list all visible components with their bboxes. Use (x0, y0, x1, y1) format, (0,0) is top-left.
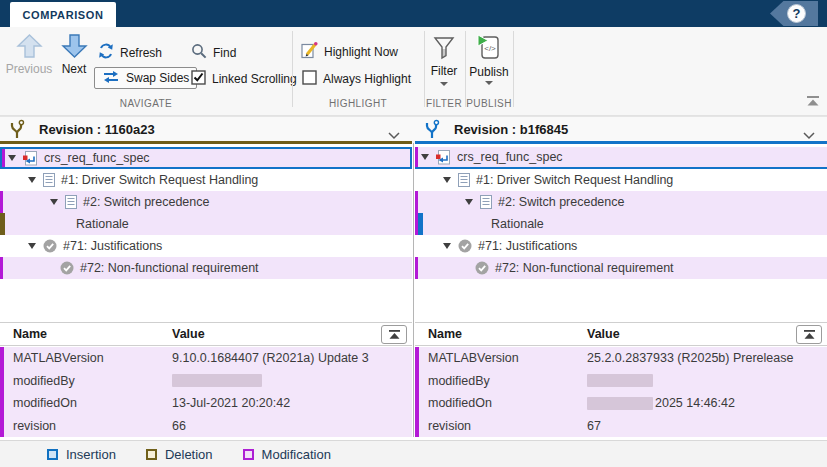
column-header-name: Name (428, 327, 462, 341)
collapse-ribbon-button[interactable] (806, 93, 820, 111)
highlight-now-button[interactable]: Highlight Now (301, 42, 398, 62)
insertion-bar (418, 213, 423, 235)
modification-bar (2, 149, 5, 167)
right-tree: crs_req_func_spec #1: Driver Switch Requ… (415, 147, 827, 279)
tree-row[interactable]: crs_req_func_spec (0, 147, 412, 169)
toolbar-separator (513, 31, 514, 107)
tree-row[interactable]: #72: Non-functional requirement (415, 257, 827, 279)
modification-bar (415, 147, 418, 167)
tree-row[interactable]: #71: Justifications (415, 235, 827, 257)
redacted-value (172, 374, 262, 387)
highlight-now-icon (301, 42, 318, 62)
tree-row[interactable]: #1: Driver Switch Request Handling (415, 169, 827, 191)
tree-row-label: #1: Driver Switch Request Handling (476, 173, 673, 187)
find-button[interactable]: Find (191, 43, 236, 62)
modification-bar (415, 191, 418, 213)
cell-name: revision (428, 419, 471, 433)
checked-checkbox-icon (191, 70, 206, 88)
svg-text:</>: </> (484, 44, 496, 53)
swap-sides-icon (102, 70, 120, 87)
expander-icon[interactable] (28, 177, 36, 183)
column-header-value: Value (172, 327, 205, 341)
document-icon (65, 195, 77, 209)
cell-name: modifiedBy (13, 374, 75, 388)
tab-comparison[interactable]: COMPARISON (10, 2, 116, 27)
filter-dropdown-caret-icon (440, 82, 448, 86)
group-label-highlight: HIGHLIGHT (288, 98, 428, 109)
tree-row-label: #1: Driver Switch Request Handling (61, 173, 258, 187)
expander-icon[interactable] (8, 155, 16, 161)
tree-row[interactable]: #71: Justifications (0, 235, 412, 257)
expander-icon[interactable] (443, 243, 451, 249)
tree-row-label: #71: Justifications (63, 239, 162, 253)
tree-row[interactable]: #72: Non-functional requirement (0, 257, 412, 279)
table-row: revision 66 (4, 415, 412, 438)
expander-icon[interactable] (465, 199, 473, 205)
tree-row-label: #2: Switch precedence (83, 195, 209, 209)
tree-row[interactable]: crs_req_func_spec (415, 147, 827, 169)
toolbar-separator (424, 31, 425, 107)
left-revision-selector[interactable]: Revision : 1160a23 (0, 117, 412, 144)
chevron-down-icon[interactable] (803, 126, 815, 144)
previous-button[interactable]: Previous (4, 33, 54, 76)
legend-item-insertion: Insertion (47, 447, 116, 462)
table-row: modifiedBy (419, 370, 827, 393)
modification-swatch-icon (243, 449, 254, 460)
tree-row-label: #71: Justifications (478, 239, 577, 253)
tree-row[interactable]: #1: Driver Switch Request Handling (0, 169, 412, 191)
tree-row-label: #2: Switch precedence (498, 195, 624, 209)
previous-label: Previous (4, 62, 54, 76)
branch-icon (423, 119, 440, 140)
cell-value-text: 2025 14:46:42 (655, 396, 735, 410)
next-label: Next (56, 62, 92, 76)
column-header-name: Name (13, 327, 47, 341)
table-row: revision 67 (419, 415, 827, 438)
tree-row[interactable]: Rationale (0, 213, 412, 235)
table-row: modifiedBy (4, 370, 412, 393)
collapse-panel-button[interactable] (381, 325, 407, 344)
deletion-swatch-icon (146, 449, 157, 460)
table-row: modifiedOn 2025 14:46:42 (419, 392, 827, 415)
document-icon (480, 195, 492, 209)
collapse-panel-button[interactable] (796, 325, 822, 344)
cell-value: 25.2.0.2837933 (R2025b) Prerelease (587, 351, 793, 365)
check-circle-icon (458, 239, 472, 253)
swap-sides-button[interactable]: Swap Sides (94, 67, 197, 89)
legend-label: Insertion (66, 447, 116, 462)
tree-row-label: crs_req_func_spec (457, 150, 563, 164)
cell-name: revision (13, 419, 56, 433)
modification-bar (0, 191, 3, 213)
chevron-down-icon[interactable] (388, 126, 400, 144)
expander-icon[interactable] (50, 199, 58, 205)
refresh-button[interactable]: Refresh (98, 43, 162, 62)
document-icon (43, 173, 55, 187)
requirement-set-icon (23, 151, 38, 166)
help-button[interactable]: ? (770, 1, 818, 26)
always-highlight-label: Always Highlight (323, 72, 411, 86)
toolbar-separator (465, 31, 466, 107)
cell-value (172, 374, 262, 387)
right-table-header: Name Value (415, 322, 827, 346)
tree-row[interactable]: #2: Switch precedence (0, 191, 412, 213)
redacted-value (587, 374, 653, 387)
expander-icon[interactable] (28, 243, 36, 249)
next-button[interactable]: Next (56, 33, 92, 76)
refresh-icon (98, 43, 114, 62)
expander-icon[interactable] (443, 177, 451, 183)
publish-button[interactable]: </> Publish (468, 34, 510, 85)
check-circle-icon (43, 239, 57, 253)
cell-value (587, 374, 653, 387)
filter-button[interactable]: Filter (427, 35, 461, 86)
publish-label: Publish (468, 65, 510, 79)
tree-row-label: Rationale (76, 217, 129, 231)
left-table-header: Name Value (0, 322, 412, 346)
expander-icon[interactable] (421, 154, 429, 160)
tree-row[interactable]: Rationale (415, 213, 827, 235)
modification-bar (415, 257, 418, 279)
tree-row[interactable]: #2: Switch precedence (415, 191, 827, 213)
always-highlight-checkbox[interactable]: Always Highlight (302, 70, 411, 88)
right-revision-selector[interactable]: Revision : b1f6845 (415, 117, 827, 144)
toolbar-separator (292, 31, 293, 107)
linked-scrolling-checkbox[interactable]: Linked Scrolling (191, 70, 297, 88)
cell-name: modifiedBy (428, 374, 490, 388)
